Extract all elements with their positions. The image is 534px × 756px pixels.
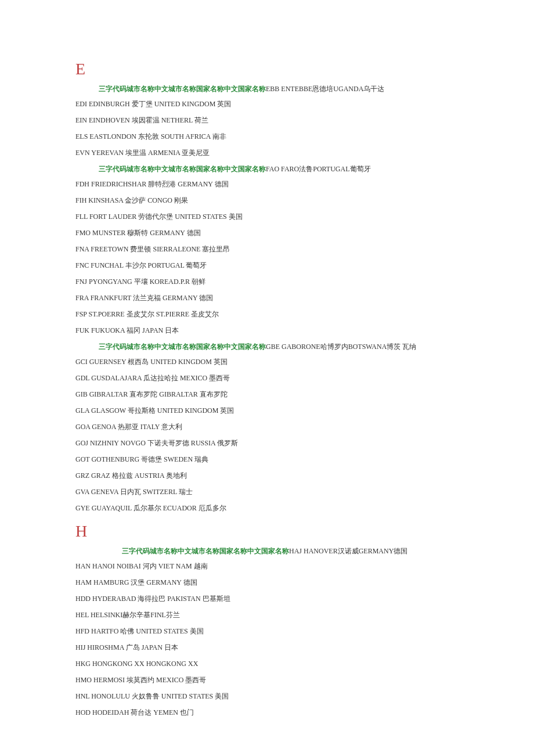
entry-row: GDL GUSDALAJARA 瓜达拉哈拉 MEXICO 墨西哥 (75, 373, 459, 383)
entry-row: HIJ HIROSHMA 广岛 JAPAN 日本 (75, 642, 459, 653)
header-green-text: 三字代码城市名称中文城市名称国家名称中文国家名称 (99, 343, 266, 351)
header-tail-text: EBB ENTEBBE恩德培UGANDA乌干达 (266, 85, 384, 93)
section-letter: E (75, 57, 459, 81)
section-block: E三字代码城市名称中文城市名称国家名称中文国家名称EBB ENTEBBE恩德培U… (75, 57, 459, 158)
entry-row: GLA GLASGOW 哥拉斯格 UNITED KINGDOM 英国 (75, 405, 459, 416)
entry-row: EVN YEREVAN 埃里温 ARMENIA 亚美尼亚 (75, 147, 459, 158)
header-tail-text: GBE GABORONE哈博罗内BOTSWANA博茨 瓦纳 (266, 343, 416, 351)
section-header: 三字代码城市名称中文城市名称国家名称中文国家名称GBE GABORONE哈博罗内… (99, 341, 459, 352)
entry-row: ELS EASTLONDON 东抡敦 SOUTH AFRICA 南非 (75, 131, 459, 142)
entry-row: FDH FRIEDRICHSHAR 腓特烈港 GERMANY 德国 (75, 179, 459, 189)
entry-row: HAM HAMBURG 汉堡 GERMANY 德国 (75, 577, 459, 588)
entry-row: HOD HODEIDAH 荷台达 YEMEN 也门 (75, 707, 459, 718)
entry-row: GRZ GRAZ 格拉兹 AUSTRIA 奥地利 (75, 470, 459, 481)
entry-row: GOA GENOA 热那亚 ITALY 意大利 (75, 422, 459, 432)
entry-row: HEL HELSINKI赫尔辛基FINL芬兰 (75, 610, 459, 620)
entry-row: FLL FORT LAUDER 劳德代尔堡 UNITED STATES 美国 (75, 211, 459, 222)
entry-row: FNC FUNCHAL 丰沙尔 PORTUGAL 葡萄牙 (75, 260, 459, 271)
entry-row: FIH KINSHASA 金沙萨 CONGO 刚果 (75, 195, 459, 206)
entry-row: GVA GENEVA 日内瓦 SWITZERL 瑞士 (75, 487, 459, 497)
header-green-text: 三字代码城市名称中文城市名称国家名称中文国家名称 (99, 165, 266, 173)
entry-row: HFD HARTFO 哈佛 UNITED STATES 美国 (75, 626, 459, 636)
section-letter: H (75, 519, 459, 543)
entry-row: HKG HONGKONG XX HONGKONG XX (75, 658, 459, 669)
entry-row: FNJ PYONGYANG 平壤 KOREAD.P.R 朝鲜 (75, 276, 459, 287)
header-green-text: 三字代码城市名称中文城市名称国家名称中文国家名称 (99, 85, 266, 93)
entry-row: FUK FUKUOKA 福冈 JAPAN 日本 (75, 325, 459, 336)
header-green-text: 三字代码城市名称中文城市名称国家名称中文国家名称 (122, 547, 289, 555)
entry-row: FSP ST.POERRE 圣皮艾尔 ST.PIERRE 圣皮艾尔 (75, 309, 459, 319)
entry-row: HAN HANOI NOIBAI 河内 VIET NAM 越南 (75, 561, 459, 571)
entry-row: FRA FRANKFURT 法兰克福 GERMANY 德国 (75, 293, 459, 303)
entry-row: HDD HYDERABAD 海得拉巴 PAKISTAN 巴基斯坦 (75, 593, 459, 604)
entry-row: GCI GUERNSEY 根西岛 UNITED KINGDOM 英国 (75, 357, 459, 367)
section-block: 三字代码城市名称中文城市名称国家名称中文国家名称GBE GABORONE哈博罗内… (75, 341, 459, 513)
entry-row: HNL HONOLULU 火奴鲁鲁 UNITED STATES 美国 (75, 691, 459, 701)
section-block: H三字代码城市名称中文城市名称国家名称中文国家名称HAJ HANOVER汉诺威G… (75, 519, 459, 718)
entry-row: FNA FREETOWN 费里顿 SIERRALEONE 塞拉里昂 (75, 244, 459, 254)
entry-row: EIN EINDHOVEN 埃因霍温 NETHERL 荷兰 (75, 115, 459, 125)
entry-row: FMO MUNSTER 穆斯特 GERMANY 德国 (75, 228, 459, 238)
header-tail-text: FAO FARO法鲁PORTUGAL葡萄牙 (266, 165, 371, 173)
entry-row: HMO HERMOSI 埃莫西约 MEXICO 墨西哥 (75, 675, 459, 685)
section-block: 三字代码城市名称中文城市名称国家名称中文国家名称FAO FARO法鲁PORTUG… (75, 164, 459, 336)
entry-row: GOJ NIZHNIY NOVGO 下诺夫哥罗德 RUSSIA 俄罗斯 (75, 438, 459, 448)
entry-row: GIB GIBRALTAR 直布罗陀 GIBRALTAR 直布罗陀 (75, 389, 459, 399)
section-header: 三字代码城市名称中文城市名称国家名称中文国家名称EBB ENTEBBE恩德培UG… (99, 84, 459, 94)
header-tail-text: HAJ HANOVER汉诺威GERMANY德国 (289, 547, 407, 555)
section-header: 三字代码城市名称中文城市名称国家名称中文国家名称FAO FARO法鲁PORTUG… (99, 164, 459, 174)
entry-row: GYE GUAYAQUIL 瓜尔基尔 ECUADOR 厄瓜多尔 (75, 503, 459, 513)
entry-row: EDI EDINBURGH 爱丁堡 UNITED KINGDOM 英国 (75, 99, 459, 109)
section-header: 三字代码城市名称中文城市名称国家名称中文国家名称HAJ HANOVER汉诺威GE… (122, 546, 459, 556)
entry-row: GOT GOTHENBURG 哥德堡 SWEDEN 瑞典 (75, 454, 459, 465)
